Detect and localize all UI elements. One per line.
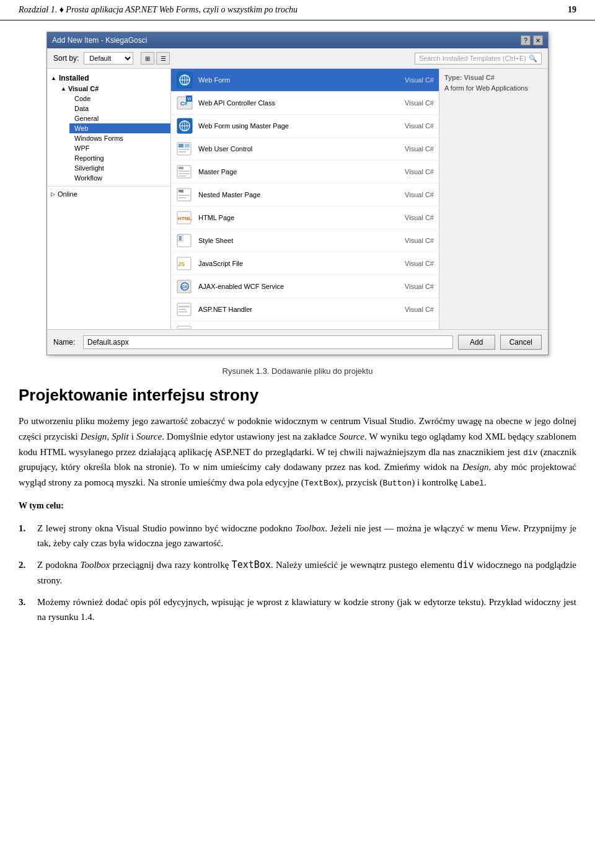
tree-item-windows-forms[interactable]: Windows Forms [69, 133, 170, 143]
text-1: Z lewej strony okna Visual Studio powinn… [37, 521, 576, 552]
svg-rect-26 [180, 191, 183, 193]
nested-master-icon [176, 186, 193, 203]
svg-rect-35 [179, 239, 182, 241]
list-item-2: 2. Z podokna Toolbox przeciągnij dwa raz… [19, 557, 576, 588]
dialog-window: Add New Item - KsiegaGosci ? ✕ Sort by: … [46, 32, 549, 355]
tree-item-silverlight[interactable]: Silverlight [69, 163, 170, 173]
grid-view-button[interactable]: ⊞ [141, 52, 154, 64]
file-item-ajax-wcf[interactable]: C# AJAX-enabled WCF Service Visual C# [171, 275, 439, 298]
file-name-stylesheet: Style Sheet [198, 237, 386, 244]
file-type-aspnet-handler: Visual C# [390, 306, 434, 313]
help-button[interactable]: ? [521, 35, 531, 45]
svg-rect-15 [178, 144, 183, 148]
file-item-aspnet-handler[interactable]: ASP.NET Handler Visual C# [171, 298, 439, 321]
webuser-icon [176, 140, 193, 157]
file-name-aspnet-handler: ASP.NET Handler [198, 306, 386, 313]
ajax-wcf-icon: C# [176, 278, 193, 295]
svg-rect-21 [178, 170, 190, 172]
svg-rect-43 [178, 309, 186, 310]
list-view-button[interactable]: ☰ [156, 52, 170, 64]
sort-select[interactable]: Default [84, 52, 133, 64]
svg-rect-34 [179, 238, 182, 239]
file-name-webapi: Web API Controller Class [198, 99, 386, 107]
file-item-aspnet-module[interactable]: ASP.NET Module Visual C# [171, 321, 439, 329]
type-description: A form for Web Applications [444, 84, 543, 93]
tree-item-web[interactable]: Web [69, 123, 170, 133]
visual-cs-triangle: ▲ [61, 86, 66, 92]
num-1: 1. [19, 521, 31, 552]
svg-rect-16 [185, 144, 190, 148]
file-list-panel: Web Form Visual C# C# W Web API [171, 69, 439, 329]
dialog-panes: ▲ Installed ▲ Visual C# Code Data G [47, 69, 548, 329]
sort-label: Sort by: [53, 54, 79, 63]
figure-caption: Rysunek 1.3. Dodawanie pliku do projektu [19, 366, 576, 376]
html-icon: HTML [176, 209, 193, 226]
file-item-webform[interactable]: Web Form Visual C# [171, 69, 439, 92]
file-type-webapi: Visual C# [390, 99, 434, 107]
aspnet-module-icon [176, 324, 193, 329]
tree-item-workflow[interactable]: Workflow [69, 173, 170, 183]
file-item-html[interactable]: HTML HTML Page Visual C# [171, 206, 439, 229]
svg-rect-17 [178, 149, 190, 150]
installed-root[interactable]: ▲ Installed [47, 73, 170, 84]
file-item-javascript[interactable]: JS JavaScript File Visual C# [171, 252, 439, 275]
tree-item-code[interactable]: Code [69, 94, 170, 104]
search-placeholder: Search Installed Templates (Ctrl+E) [419, 55, 526, 62]
webapi-icon: C# W [176, 94, 193, 112]
file-item-webform-master[interactable]: Web Form using Master Page Visual C# [171, 115, 439, 138]
svg-text:JS: JS [178, 261, 185, 267]
titlebar-buttons: ? ✕ [521, 35, 543, 45]
text-2: Z podokna Toolbox przeciągnij dwa razy k… [37, 557, 576, 588]
type-label: Type: Visual C# [444, 74, 543, 81]
tree-item-wpf[interactable]: WPF [69, 143, 170, 153]
file-type-masterpage: Visual C# [390, 168, 434, 175]
file-type-html: Visual C# [390, 214, 434, 221]
sub-label: W tym celu: [19, 501, 64, 510]
tree-divider [47, 186, 170, 187]
search-box[interactable]: Search Installed Templates (Ctrl+E) 🔍 [415, 53, 542, 64]
online-label: Online [58, 190, 77, 198]
installed-label: Installed [59, 74, 89, 82]
list-item-3: 3. Możemy również dodać opis pól edycyjn… [19, 595, 576, 626]
sort-bar: Sort by: Default ⊞ ☰ Search Installed Te… [47, 48, 548, 69]
cancel-button[interactable]: Cancel [500, 335, 542, 350]
visual-cs-children: Code Data General Web Windows Forms WPF … [58, 94, 170, 183]
file-type-javascript: Visual C# [390, 260, 434, 267]
list-item-1: 1. Z lewej strony okna Visual Studio pow… [19, 521, 576, 552]
svg-rect-28 [178, 197, 186, 198]
javascript-icon: JS [176, 255, 193, 272]
masterpage-icon [176, 163, 193, 180]
svg-rect-18 [178, 151, 186, 153]
file-item-nested-master[interactable]: Nested Master Page Visual C# [171, 184, 439, 206]
file-type-webform-master: Visual C# [390, 122, 434, 130]
installed-section: ▲ Installed ▲ Visual C# Code Data G [47, 71, 170, 184]
file-name-masterpage: Master Page [198, 168, 386, 175]
header-left: Rozdział 1. ♦ Prosta aplikacja ASP.NET W… [19, 5, 298, 15]
numbered-list: 1. Z lewej strony okna Visual Studio pow… [19, 521, 576, 626]
file-type-nested-master: Visual C# [390, 191, 434, 198]
file-type-webform: Visual C# [390, 76, 434, 84]
text-3: Możemy również dodać opis pól edycyjnych… [37, 595, 576, 626]
aspnet-handler-icon [176, 301, 193, 318]
file-name-webform-master: Web Form using Master Page [198, 122, 386, 130]
name-input[interactable] [83, 335, 453, 349]
file-item-webuser[interactable]: Web User Control Visual C# [171, 138, 439, 161]
svg-text:HTML: HTML [178, 216, 192, 221]
online-triangle: ▷ [51, 191, 55, 197]
file-name-nested-master: Nested Master Page [198, 191, 386, 198]
file-item-stylesheet[interactable]: Style Sheet Visual C# [171, 229, 439, 252]
tree-item-general[interactable]: General [69, 113, 170, 123]
file-name-webuser: Web User Control [198, 145, 386, 153]
file-item-masterpage[interactable]: Master Page Visual C# [171, 161, 439, 184]
tree-item-reporting[interactable]: Reporting [69, 153, 170, 163]
close-button[interactable]: ✕ [533, 35, 543, 45]
add-button[interactable]: Add [458, 335, 495, 350]
stylesheet-icon [176, 232, 193, 249]
file-item-webapi[interactable]: C# W Web API Controller Class Visual C# [171, 92, 439, 115]
dialog-content: Sort by: Default ⊞ ☰ Search Installed Te… [47, 48, 548, 355]
tree-item-data[interactable]: Data [69, 104, 170, 113]
name-label: Name: [53, 338, 78, 347]
online-section[interactable]: ▷ Online [47, 188, 170, 200]
visual-cs-parent[interactable]: ▲ Visual C# [58, 84, 170, 94]
sub-section-label: W tym celu: [19, 498, 576, 513]
